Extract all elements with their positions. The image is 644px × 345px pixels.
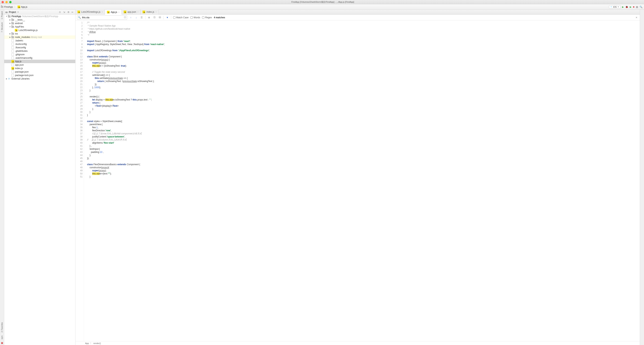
window-titlebar: FirstApp [/Volumes/2/webStorm项目/FirstApp… (0, 0, 644, 4)
tree-item[interactable]: .gitignore (4, 53, 75, 56)
tree-item[interactable]: ▶ node_modules library root (4, 36, 75, 39)
js-file-icon: JS (78, 10, 80, 13)
tree-item[interactable]: .babelrc (4, 39, 75, 42)
breadcrumb-class[interactable]: App (85, 342, 89, 344)
stop-button[interactable]: ■ (633, 6, 634, 8)
collapse-all-icon[interactable]: ⇲ (62, 10, 66, 14)
tool-tab-project[interactable]: 1: Project (1, 10, 3, 21)
tree-item[interactable]: .buckconfig (4, 42, 75, 46)
toggle-word-button[interactable]: Ⓦ (158, 16, 162, 19)
tree-item[interactable]: JS index.js (4, 66, 75, 70)
run-button[interactable]: ▶ (622, 6, 624, 8)
clear-search-icon[interactable]: ⓧ (124, 16, 126, 19)
tree-root[interactable]: ▼ FirstApp /Volumes/2/webStorm项目/FirstAp… (4, 15, 75, 18)
tree-item[interactable]: JS LotsOfGreetings.js (4, 28, 75, 32)
project-panel-header: 🗂 Project ▼ ⊙ ⇲ ⚙ ⇤ (4, 10, 75, 15)
close-tab-icon[interactable]: × (156, 11, 156, 13)
tree-item[interactable]: ▶ android (4, 22, 75, 25)
debug-button[interactable]: 🐞 (625, 6, 628, 8)
tree-item[interactable]: ▶ ios (4, 32, 75, 36)
breadcrumb-separator: 〉 (14, 5, 17, 8)
close-tab-icon[interactable]: × (118, 11, 120, 13)
next-match-button[interactable]: ↓ (134, 16, 138, 19)
breadcrumb-file[interactable]: JS App.js (17, 6, 28, 8)
fold-gutter[interactable] (84, 20, 86, 341)
close-tab-icon[interactable]: × (137, 11, 138, 13)
tree-item[interactable]: package-lock.json (4, 74, 75, 77)
find-input-wrapper[interactable]: 🔍 ⓧ (77, 16, 127, 20)
tool-tab-favorites[interactable]: 2: Favorites (1, 321, 3, 334)
regex-label: Regex (205, 16, 212, 19)
toggle-case-button[interactable]: Ⓐ (153, 16, 156, 19)
editor-body[interactable]: 1234567891011121314151617181920212223242… (76, 20, 640, 341)
navigation-bar: FirstApp 〉 JS App.js ⚛ iOS ▼ ▶ 🐞 ▶ ■ ▦ 🔍 (0, 4, 644, 10)
project-tree[interactable]: ▼ FirstApp /Volumes/2/webStorm项目/FirstAp… (4, 15, 75, 345)
editor-tab[interactable]: JS app.json × (122, 10, 141, 14)
line-number-gutter: 1234567891011121314151617181920212223242… (76, 20, 84, 341)
run-target-dropdown[interactable]: ⚛ iOS ▼ (609, 5, 620, 8)
editor-breadcrumb: App 〉 render() (76, 341, 640, 345)
match-count: 4 matches (214, 16, 225, 19)
editor-tabs: JS LotsOfGreetings.js × JS App.js × JS a… (76, 10, 640, 15)
tool-tab-npm[interactable]: npm (1, 334, 3, 341)
file-icon (12, 74, 14, 76)
tree-item[interactable]: package.json (4, 70, 75, 74)
tree-item[interactable]: .gitattributes (4, 49, 75, 53)
editor-tab[interactable]: JS index.js × (140, 10, 159, 14)
mac-close-button[interactable] (2, 1, 4, 3)
code-content[interactable]: /** * Sample React Native App * https://… (86, 20, 640, 341)
find-bar: 🔍 ⓧ ↑ ↓ ☰ ⊕ Ⓐ Ⓦ ▼ Match Case Words Regex… (76, 15, 640, 20)
notifications-icon[interactable]: ▣ (1, 342, 3, 345)
file-icon (12, 46, 14, 49)
js-file-icon: JS (142, 10, 145, 13)
close-tab-icon[interactable]: × (102, 11, 103, 13)
tab-label: LotsOfGreetings.js (81, 10, 100, 13)
layout-button[interactable]: ▦ (636, 6, 638, 8)
tree-item[interactable]: .watchmanconfig (4, 56, 75, 60)
tree-item[interactable]: .flowconfig (4, 46, 75, 49)
folder-icon (11, 33, 14, 35)
tree-external-libs[interactable]: ▶ ⊪ External Libraries (4, 77, 75, 80)
project-view-icon: 🗂 (6, 11, 8, 14)
add-selection-button[interactable]: ⊕ (147, 16, 151, 19)
tab-label: app.json (128, 10, 136, 13)
prev-match-button[interactable]: ↑ (129, 16, 132, 19)
run-button-2[interactable]: ▶ (630, 6, 632, 8)
search-everywhere-button[interactable]: 🔍 (640, 6, 642, 8)
mac-maximize-button[interactable] (9, 1, 12, 3)
tree-item[interactable]: ▼ AppFiles (4, 25, 75, 28)
regex-checkbox[interactable]: Regex (202, 16, 212, 19)
tool-tab-structure[interactable]: 7: Structure (1, 21, 3, 34)
folder-icon (11, 19, 14, 21)
file-icon (12, 39, 14, 42)
settings-gear-icon[interactable]: ⚙ (67, 10, 70, 14)
file-icon (12, 43, 14, 46)
file-icon (12, 64, 14, 66)
tree-item[interactable]: ▶ __tests__ (4, 18, 75, 22)
words-checkbox[interactable]: Words (190, 16, 200, 19)
js-file-icon: JS (11, 67, 14, 70)
folder-icon (11, 36, 14, 38)
tree-item[interactable]: app.json (4, 63, 75, 66)
match-case-checkbox[interactable]: Match Case (173, 16, 188, 19)
run-target-label: iOS (613, 6, 616, 8)
hide-panel-icon[interactable]: ⇤ (71, 10, 74, 14)
breadcrumb-root[interactable]: FirstApp (0, 6, 14, 8)
editor-tab[interactable]: JS App.js × (105, 10, 122, 15)
file-icon (12, 53, 14, 56)
window-title: FirstApp [/Volumes/2/webStorm项目/FirstApp… (13, 0, 632, 4)
mac-minimize-button[interactable] (6, 1, 8, 3)
select-all-occurrences-button[interactable]: ☰ (140, 16, 143, 19)
find-input[interactable] (82, 16, 123, 19)
breadcrumb-method[interactable]: render() (94, 342, 101, 344)
match-case-label: Match Case (176, 16, 188, 19)
scroll-from-source-icon[interactable]: ⊙ (58, 10, 62, 14)
editor-tab[interactable]: JS LotsOfGreetings.js × (76, 10, 105, 14)
tree-item[interactable]: JS App.js (4, 60, 75, 63)
folder-icon (11, 26, 14, 28)
js-file-icon: JS (107, 11, 110, 14)
project-panel-title[interactable]: Project (9, 11, 16, 14)
close-find-bar[interactable]: ✕ (635, 16, 638, 19)
js-file-icon: JS (15, 29, 18, 32)
filter-icon[interactable]: ▼ (166, 16, 169, 19)
